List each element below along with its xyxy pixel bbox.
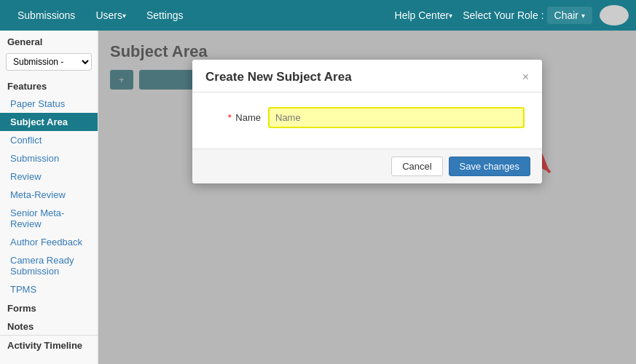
features-title: Features — [0, 76, 98, 95]
submission-select[interactable]: Submission - — [6, 53, 92, 71]
sidebar-item-senior-meta-review[interactable]: Senior Meta-Review — [0, 204, 98, 233]
sidebar-item-tpms[interactable]: TPMS — [0, 280, 98, 298]
modal-footer: Cancel Save changes — [192, 149, 542, 183]
nav-settings[interactable]: Settings — [136, 0, 194, 31]
chair-label: Chair — [554, 9, 578, 21]
sidebar-item-camera-ready[interactable]: Camera Ready Submission — [0, 251, 98, 280]
notes-title: Notes — [0, 317, 98, 335]
layout: General Submission - Features Paper Stat… — [0, 31, 636, 364]
modal-header: Create New Subject Area × — [192, 60, 542, 92]
navbar: Submissions Users ▾ Settings Help Center… — [0, 0, 636, 31]
nav-help-center[interactable]: Help Center ▾ — [385, 0, 463, 31]
chair-caret-icon: ▾ — [581, 12, 585, 20]
required-star: * — [228, 112, 232, 123]
modal: Create New Subject Area × * Name Cancel … — [192, 60, 542, 183]
avatar[interactable] — [600, 5, 629, 25]
sidebar-item-conflict[interactable]: Conflict — [0, 131, 98, 149]
nav-users-label: Users — [95, 9, 122, 21]
activity-title: Activity Timeline — [0, 335, 98, 354]
sidebar-item-paper-status[interactable]: Paper Status — [0, 95, 98, 113]
name-input[interactable] — [268, 107, 525, 128]
select-role-label: Select Your Role : — [463, 9, 543, 21]
name-label-wrapper: * Name — [210, 112, 268, 123]
general-title: General — [0, 31, 98, 50]
users-caret-icon: ▾ — [122, 12, 126, 20]
chair-dropdown[interactable]: Chair ▾ — [547, 7, 592, 24]
save-button[interactable]: Save changes — [449, 157, 530, 176]
forms-title: Forms — [0, 298, 98, 317]
name-form-row: * Name — [210, 107, 525, 128]
sidebar: General Submission - Features Paper Stat… — [0, 31, 98, 364]
submission-dropdown[interactable]: Submission - — [6, 53, 92, 71]
help-center-label: Help Center — [395, 9, 449, 21]
sidebar-item-subject-area[interactable]: Subject Area — [0, 113, 98, 131]
sidebar-item-author-feedback[interactable]: Author Feedback — [0, 233, 98, 251]
name-label: Name — [235, 112, 261, 123]
role-selector: Select Your Role : Chair ▾ — [463, 7, 592, 24]
modal-body: * Name — [192, 92, 542, 149]
modal-overlay: Create New Subject Area × * Name Cancel … — [98, 31, 636, 364]
cancel-button[interactable]: Cancel — [391, 157, 442, 176]
nav-users[interactable]: Users ▾ — [85, 0, 136, 31]
nav-submissions[interactable]: Submissions — [7, 0, 85, 31]
main-content: Subject Area + Create New Subject Area × — [98, 31, 636, 364]
modal-title: Create New Subject Area — [205, 70, 352, 84]
modal-close-button[interactable]: × — [522, 71, 529, 83]
sidebar-item-meta-review[interactable]: Meta-Review — [0, 186, 98, 204]
sidebar-item-submission[interactable]: Submission — [0, 149, 98, 167]
help-caret-icon: ▾ — [449, 12, 452, 20]
sidebar-item-review[interactable]: Review — [0, 167, 98, 186]
